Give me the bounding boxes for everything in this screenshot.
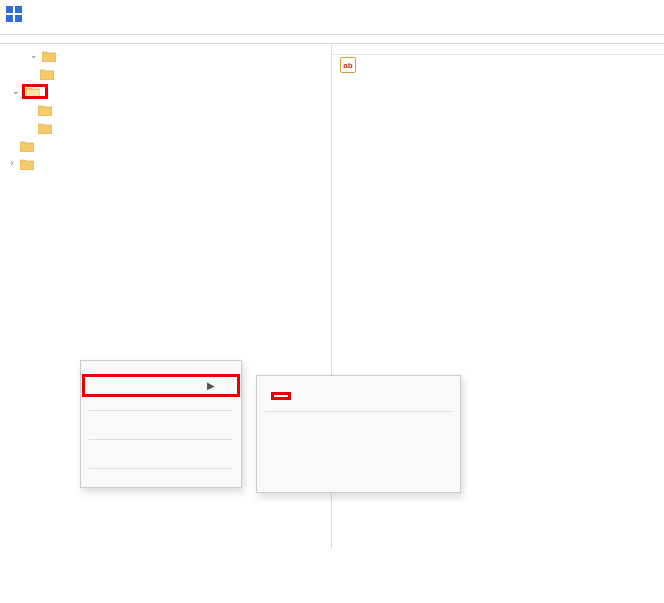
tree-item-providers[interactable]: › <box>0 154 331 172</box>
tree-item-default[interactable]: › <box>0 136 331 154</box>
menu-view[interactable] <box>40 26 56 30</box>
menu-help[interactable] <box>76 26 92 30</box>
annotation-device <box>24 86 46 97</box>
menu-file[interactable] <box>4 26 20 30</box>
folder-icon <box>20 140 34 151</box>
cm-export[interactable] <box>83 444 239 454</box>
cm-copy-key-name[interactable] <box>83 473 239 483</box>
separator <box>89 410 233 411</box>
submenu-multistring[interactable] <box>259 464 458 476</box>
submenu-key[interactable] <box>259 380 458 407</box>
folder-icon <box>20 158 34 169</box>
chevron-down-icon[interactable]: ⌄ <box>28 49 40 61</box>
folder-icon <box>38 122 52 133</box>
chevron-right-icon: ▶ <box>207 380 215 391</box>
cm-new[interactable]: ▶ <box>83 375 239 396</box>
tree-item-device[interactable]: ⌄ <box>0 82 331 100</box>
separator <box>265 411 452 412</box>
folder-icon <box>38 104 52 115</box>
cm-collapse[interactable] <box>83 365 239 375</box>
separator <box>89 439 233 440</box>
submenu-new <box>256 375 461 493</box>
chevron-right-icon[interactable]: › <box>6 157 18 169</box>
value-row-default[interactable]: ab <box>332 55 664 75</box>
svg-rect-2 <box>6 15 13 22</box>
submenu-dword[interactable] <box>259 440 458 452</box>
separator <box>89 468 233 469</box>
folder-icon <box>42 50 56 61</box>
submenu-qword[interactable] <box>259 452 458 464</box>
cm-delete[interactable] <box>83 415 239 425</box>
string-value-icon: ab <box>340 57 356 73</box>
menu-favorites[interactable] <box>58 26 74 30</box>
folder-icon <box>40 68 54 79</box>
menu-edit[interactable] <box>22 26 38 30</box>
cm-permissions[interactable] <box>83 454 239 464</box>
chevron-down-icon[interactable]: ⌄ <box>10 85 22 97</box>
tree-item-containeradmx[interactable] <box>0 64 331 82</box>
submenu-expandstring[interactable] <box>259 476 458 488</box>
svg-rect-3 <box>15 15 22 22</box>
menu-bar <box>0 24 664 35</box>
annotation-key <box>273 394 289 398</box>
cm-find[interactable] <box>83 396 239 406</box>
svg-rect-0 <box>6 6 13 13</box>
submenu-string[interactable] <box>259 416 458 428</box>
tree-item-kno[interactable] <box>0 118 331 136</box>
tree-item-dat[interactable] <box>0 100 331 118</box>
submenu-binary[interactable] <box>259 428 458 440</box>
tree-item-current[interactable]: ⌄ <box>0 46 331 64</box>
title-bar <box>0 0 664 24</box>
folder-open-icon <box>26 86 40 97</box>
main-area: ⌄ ⌄ › › <box>0 44 664 549</box>
values-header <box>332 48 664 55</box>
regedit-icon <box>6 6 22 22</box>
address-bar[interactable] <box>0 35 664 44</box>
svg-rect-1 <box>15 6 22 13</box>
context-menu: ▶ <box>80 360 242 488</box>
cm-rename[interactable] <box>83 425 239 435</box>
